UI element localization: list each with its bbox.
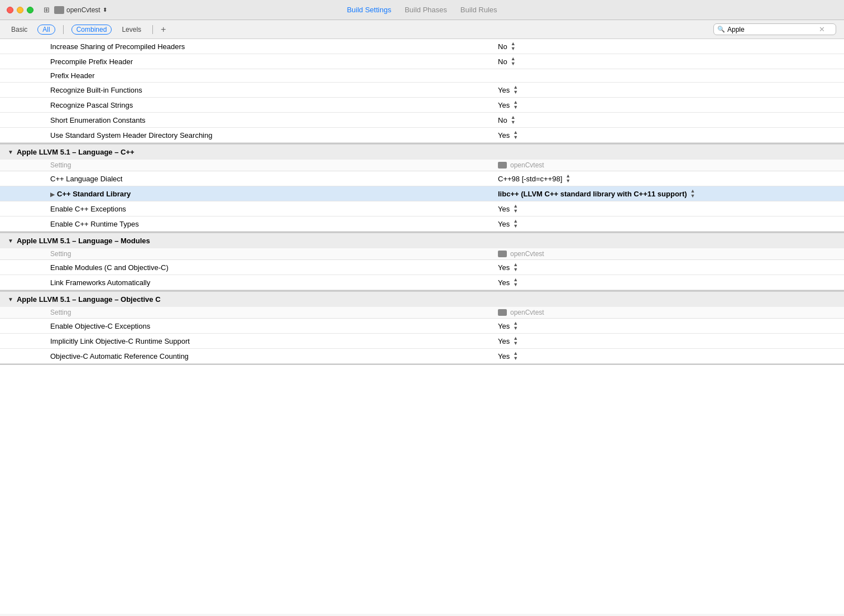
- col-header-target: openCvtest: [498, 309, 844, 316]
- stepper-icon[interactable]: ▲▼: [513, 204, 518, 214]
- stepper-icon[interactable]: ▲▼: [511, 56, 516, 66]
- row-label: Recognize Built-in Functions: [0, 86, 498, 94]
- stepper-icon[interactable]: ▲▼: [513, 262, 518, 272]
- table-row: Objective-C Automatic Reference Counting…: [0, 349, 844, 364]
- table-row: Prefix Header: [0, 69, 844, 83]
- project-name: openCvtest: [66, 6, 100, 14]
- col-header-row: Setting openCvtest: [0, 307, 844, 319]
- section-objc: ▼ Apple LLVM 5.1 – Language – Objective …: [0, 291, 844, 365]
- section-title: Apple LLVM 5.1 – Language – Modules: [17, 237, 150, 245]
- settings-container: Increase Sharing of Precompiled Headers …: [0, 39, 844, 614]
- row-value: No ▲▼: [498, 115, 844, 125]
- row-label: Prefix Header: [0, 71, 498, 80]
- section-modules: ▼ Apple LLVM 5.1 – Language – Modules Se…: [0, 233, 844, 291]
- target-icon: [498, 251, 507, 257]
- window-controls: [7, 7, 33, 13]
- section-header-objc: ▼ Apple LLVM 5.1 – Language – Objective …: [0, 291, 844, 307]
- stepper-icon[interactable]: ▲▼: [565, 174, 570, 184]
- stepper-icon[interactable]: ▲▼: [513, 277, 518, 287]
- table-row: C++ Language Dialect C++98 [-std=c++98] …: [0, 171, 844, 186]
- row-label: Objective-C Automatic Reference Counting: [0, 352, 498, 360]
- table-row: Precompile Prefix Header No ▲▼: [0, 54, 844, 69]
- row-value: Yes ▲▼: [498, 85, 844, 95]
- row-label: Link Frameworks Automatically: [0, 278, 498, 287]
- table-row: Enable C++ Exceptions Yes ▲▼: [0, 201, 844, 216]
- stepper-icon[interactable]: ▲▼: [513, 219, 518, 229]
- filter-combined[interactable]: Combined: [71, 25, 112, 35]
- table-row: Short Enumeration Constants No ▲▼: [0, 113, 844, 128]
- section-top: Increase Sharing of Precompiled Headers …: [0, 39, 844, 144]
- tab-build-settings[interactable]: Build Settings: [347, 6, 391, 14]
- col-header-target: openCvtest: [498, 161, 844, 169]
- section-title: Apple LLVM 5.1 – Language – Objective C: [17, 295, 161, 304]
- row-value: Yes ▲▼: [498, 321, 844, 331]
- stepper-icon[interactable]: ▲▼: [513, 100, 518, 110]
- project-chevron-icon: ⬍: [103, 7, 107, 13]
- row-value: libc++ (LLVM C++ standard library with C…: [498, 189, 844, 199]
- minimize-button[interactable]: [17, 7, 23, 13]
- section-header-cpp: ▼ Apple LLVM 5.1 – Language – C++: [0, 144, 844, 160]
- row-label: Enable C++ Exceptions: [0, 205, 498, 213]
- col-header-row: Setting openCvtest: [0, 160, 844, 171]
- row-label: Increase Sharing of Precompiled Headers: [0, 42, 498, 51]
- stepper-icon[interactable]: ▲▼: [511, 115, 516, 125]
- row-label: Short Enumeration Constants: [0, 116, 498, 124]
- col-header-setting: Setting: [0, 161, 498, 169]
- table-row: Recognize Built-in Functions Yes ▲▼: [0, 83, 844, 98]
- sidebar-toggle-icon[interactable]: ⊞: [44, 6, 50, 14]
- project-selector[interactable]: openCvtest ⬍: [54, 6, 107, 14]
- toolbar-divider-2: [152, 25, 153, 34]
- filter-levels[interactable]: Levels: [118, 25, 145, 34]
- table-row-highlighted: ▶C++ Standard Library libc++ (LLVM C++ s…: [0, 186, 844, 201]
- collapse-triangle-icon[interactable]: ▼: [8, 149, 13, 155]
- table-row: Enable C++ Runtime Types Yes ▲▼: [0, 216, 844, 232]
- add-setting-button[interactable]: +: [161, 25, 166, 34]
- collapse-triangle-icon[interactable]: ▼: [8, 296, 13, 302]
- stepper-icon[interactable]: ▲▼: [513, 85, 518, 95]
- row-label: Use Standard System Header Directory Sea…: [0, 131, 498, 139]
- tab-build-rules[interactable]: Build Rules: [461, 6, 497, 14]
- row-label: Recognize Pascal Strings: [0, 101, 498, 109]
- stepper-icon[interactable]: ▲▼: [690, 189, 696, 199]
- stepper-icon[interactable]: ▲▼: [513, 351, 518, 361]
- row-value: Yes ▲▼: [498, 204, 844, 214]
- row-label: Implicitly Link Objective-C Runtime Supp…: [0, 337, 498, 345]
- stepper-icon[interactable]: ▲▼: [513, 321, 518, 331]
- row-value: No ▲▼: [498, 41, 844, 51]
- section-cpp-language: ▼ Apple LLVM 5.1 – Language – C++ Settin…: [0, 144, 844, 233]
- expand-arrow-icon[interactable]: ▶: [50, 191, 55, 198]
- table-row: Use Standard System Header Directory Sea…: [0, 128, 844, 143]
- search-box: 🔍 ✕: [713, 23, 836, 35]
- stepper-icon[interactable]: ▲▼: [513, 130, 518, 140]
- search-icon: 🔍: [717, 26, 725, 33]
- stepper-icon[interactable]: ▲▼: [511, 41, 516, 51]
- target-icon: [498, 309, 507, 316]
- stepper-icon[interactable]: ▲▼: [513, 336, 518, 346]
- search-clear-button[interactable]: ✕: [819, 25, 825, 33]
- row-value: Yes ▲▼: [498, 219, 844, 229]
- table-row: Link Frameworks Automatically Yes ▲▼: [0, 275, 844, 290]
- row-value: Yes ▲▼: [498, 130, 844, 140]
- collapse-triangle-icon[interactable]: ▼: [8, 238, 13, 244]
- table-row: Increase Sharing of Precompiled Headers …: [0, 39, 844, 54]
- section-title: Apple LLVM 5.1 – Language – C++: [17, 148, 135, 156]
- row-label: Enable C++ Runtime Types: [0, 220, 498, 228]
- filter-basic[interactable]: Basic: [8, 25, 31, 34]
- row-value: Yes ▲▼: [498, 351, 844, 361]
- title-bar: ⊞ openCvtest ⬍ Build Settings Build Phas…: [0, 0, 844, 20]
- row-label: Precompile Prefix Header: [0, 57, 498, 66]
- row-value: Yes ▲▼: [498, 336, 844, 346]
- close-button[interactable]: [7, 7, 13, 13]
- row-value: Yes ▲▼: [498, 100, 844, 110]
- table-row: Enable Modules (C and Objective-C) Yes ▲…: [0, 260, 844, 275]
- filter-all[interactable]: All: [37, 25, 55, 35]
- maximize-button[interactable]: [27, 7, 33, 13]
- table-row: Recognize Pascal Strings Yes ▲▼: [0, 98, 844, 113]
- row-label: Enable Modules (C and Objective-C): [0, 263, 498, 272]
- search-input[interactable]: [727, 26, 817, 33]
- toolbar: Basic All Combined Levels + 🔍 ✕: [0, 20, 844, 39]
- title-bar-left: ⊞ openCvtest ⬍: [7, 6, 214, 14]
- tab-build-phases[interactable]: Build Phases: [405, 6, 447, 14]
- folder-icon: [54, 6, 64, 14]
- target-icon: [498, 162, 507, 169]
